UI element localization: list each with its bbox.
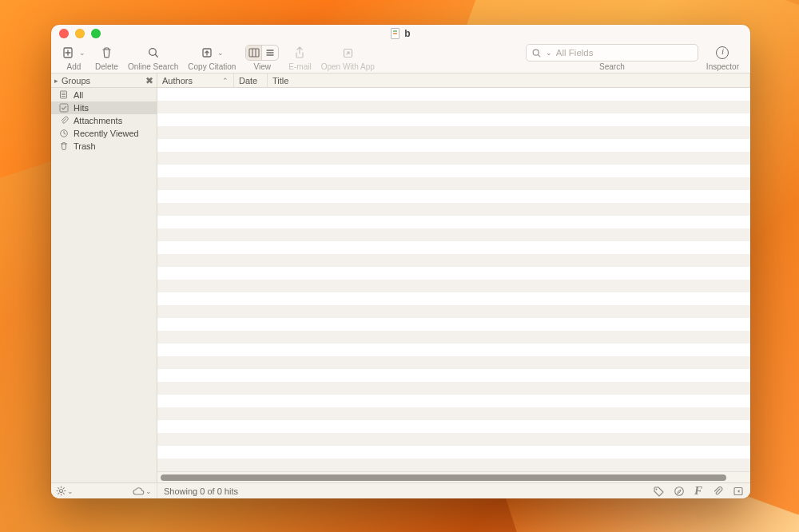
column-label: Date bbox=[239, 76, 257, 85]
table-row bbox=[157, 459, 750, 471]
table-row bbox=[157, 267, 750, 280]
column-header-authors[interactable]: Authors ⌃ bbox=[157, 73, 234, 87]
sidebar: ▸ Groups ✖ All Hits bbox=[51, 73, 157, 482]
table-row bbox=[157, 177, 750, 190]
clock-icon bbox=[59, 129, 69, 138]
table-row bbox=[157, 382, 750, 395]
disclosure-triangle-icon[interactable]: ▸ bbox=[54, 77, 58, 85]
online-search-label: Online Search bbox=[128, 62, 178, 71]
columns-view-icon[interactable] bbox=[246, 46, 262, 60]
table-row bbox=[157, 331, 750, 343]
sidebar-item-label: Recently Viewed bbox=[74, 129, 139, 138]
app-window: b ⌄ Add Delete bbox=[51, 25, 750, 498]
sidebar-header-label: Groups bbox=[62, 76, 90, 85]
table-row bbox=[157, 126, 750, 139]
add-icon bbox=[62, 46, 75, 59]
table-row bbox=[157, 280, 750, 292]
search-input[interactable] bbox=[556, 48, 693, 58]
status-bar: ⌄ ⌄ Showing 0 of 0 hits F bbox=[51, 482, 750, 498]
table-row bbox=[157, 356, 750, 369]
sidebar-item-label: All bbox=[74, 90, 83, 100]
table-row bbox=[157, 228, 750, 241]
table-row bbox=[157, 446, 750, 459]
chevron-down-icon[interactable]: ⌄ bbox=[145, 487, 152, 495]
table-row bbox=[157, 216, 750, 228]
compass-icon[interactable] bbox=[674, 486, 685, 497]
svg-point-11 bbox=[675, 486, 684, 495]
table-row bbox=[157, 369, 750, 382]
table-row bbox=[157, 152, 750, 165]
search-field[interactable]: ⌄ bbox=[526, 44, 698, 62]
sort-ascending-icon: ⌃ bbox=[222, 77, 229, 85]
svg-point-10 bbox=[655, 488, 657, 490]
add-button[interactable]: ⌄ Add bbox=[62, 44, 85, 71]
chevron-down-icon[interactable]: ⌄ bbox=[67, 487, 74, 495]
toolbar: ⌄ Add Delete Online Search bbox=[51, 42, 750, 73]
chevron-down-icon[interactable]: ⌄ bbox=[546, 49, 552, 57]
table-row bbox=[157, 165, 750, 177]
sidebar-header[interactable]: ▸ Groups ✖ bbox=[51, 73, 157, 88]
sidebar-item-label: Attachments bbox=[74, 116, 122, 125]
open-external-icon bbox=[342, 47, 354, 59]
table-row bbox=[157, 395, 750, 407]
tag-icon[interactable] bbox=[653, 486, 664, 497]
document-icon bbox=[391, 28, 400, 39]
table-row bbox=[157, 407, 750, 420]
table-row bbox=[157, 113, 750, 126]
paperclip-icon[interactable] bbox=[712, 486, 723, 497]
sidebar-item-label: Trash bbox=[74, 141, 96, 151]
font-icon[interactable]: F bbox=[694, 484, 702, 498]
table-row bbox=[157, 305, 750, 318]
trash-icon bbox=[59, 141, 69, 151]
online-search-button[interactable]: Online Search bbox=[128, 44, 178, 71]
svg-rect-7 bbox=[60, 104, 68, 112]
view-label: View bbox=[254, 62, 272, 71]
column-header-title[interactable]: Title bbox=[268, 73, 750, 87]
open-with-app-button: Open With App bbox=[321, 44, 375, 71]
scrollbar-thumb[interactable] bbox=[161, 474, 726, 481]
table-row bbox=[157, 101, 750, 113]
cloud-icon[interactable] bbox=[132, 486, 145, 496]
window-title-text: b bbox=[404, 28, 410, 39]
inspector-button[interactable]: Inspector bbox=[706, 44, 739, 71]
column-label: Authors bbox=[162, 76, 193, 85]
column-header-date[interactable]: Date bbox=[234, 73, 268, 87]
chevron-down-icon: ⌄ bbox=[217, 49, 224, 57]
horizontal-scrollbar[interactable] bbox=[157, 471, 750, 482]
delete-button[interactable]: Delete bbox=[95, 44, 118, 71]
view-toggle[interactable]: View bbox=[245, 44, 279, 71]
paperclip-icon bbox=[59, 116, 69, 125]
list-view-icon[interactable] bbox=[262, 46, 278, 60]
table-row bbox=[157, 139, 750, 152]
gear-icon[interactable] bbox=[56, 486, 66, 496]
sidebar-list: All Hits Attachments bbox=[51, 88, 157, 153]
titlebar: b bbox=[51, 25, 750, 42]
table-body[interactable] bbox=[157, 88, 750, 471]
table-header: Authors ⌃ Date Title bbox=[157, 73, 750, 88]
table-row bbox=[157, 241, 750, 254]
search-label: Search bbox=[599, 62, 625, 71]
sidebar-item-label: Hits bbox=[74, 103, 89, 113]
stack-icon bbox=[59, 90, 69, 100]
table-row bbox=[157, 318, 750, 331]
email-button: E-mail bbox=[288, 44, 311, 71]
copy-citation-label: Copy Citation bbox=[188, 62, 236, 71]
sidebar-item-hits[interactable]: Hits bbox=[51, 101, 157, 114]
column-label: Title bbox=[272, 76, 288, 85]
check-icon bbox=[59, 103, 69, 113]
share-icon bbox=[294, 46, 305, 59]
table-row bbox=[157, 433, 750, 446]
table-row bbox=[157, 254, 750, 267]
close-sidebar-icon[interactable]: ✖ bbox=[145, 75, 153, 86]
sidebar-item-attachments[interactable]: Attachments bbox=[51, 114, 157, 127]
sidebar-item-trash[interactable]: Trash bbox=[51, 140, 157, 153]
search-icon bbox=[147, 46, 160, 59]
table-row bbox=[157, 420, 750, 433]
search-icon bbox=[531, 48, 542, 58]
copy-citation-button[interactable]: ⌄ Copy Citation bbox=[188, 44, 236, 71]
collapse-panel-icon[interactable] bbox=[733, 486, 744, 497]
export-icon bbox=[201, 46, 213, 59]
sidebar-item-recently-viewed[interactable]: Recently Viewed bbox=[51, 127, 157, 140]
svg-point-9 bbox=[60, 490, 63, 493]
sidebar-item-all[interactable]: All bbox=[51, 89, 157, 101]
